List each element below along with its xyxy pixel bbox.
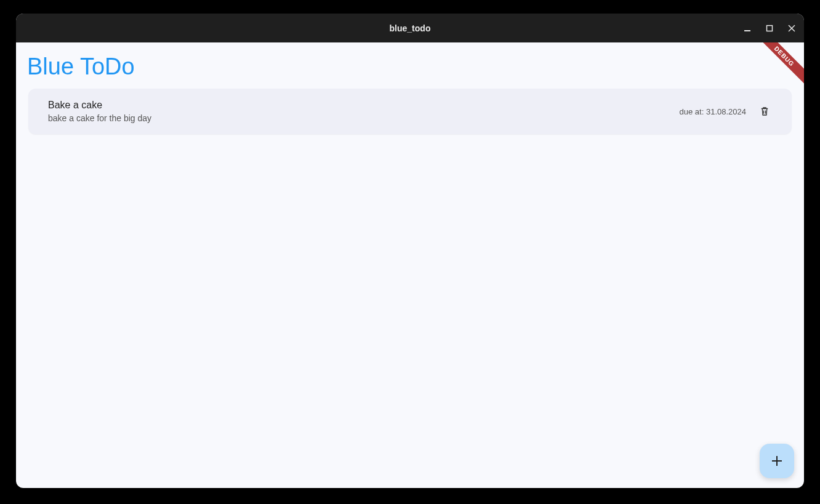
app-title: Blue ToDo: [27, 54, 793, 80]
todo-description: bake a cake for the big day: [48, 113, 151, 123]
svg-rect-0: [744, 30, 750, 31]
maximize-button[interactable]: [765, 23, 774, 33]
plus-icon: [770, 454, 784, 468]
minimize-icon: [744, 25, 751, 32]
close-icon: [788, 25, 795, 32]
trash-icon: [759, 106, 770, 117]
todo-text: Bake a cake bake a cake for the big day: [48, 100, 151, 123]
todo-due-date: due at: 31.08.2024: [680, 107, 746, 116]
delete-button[interactable]: [757, 104, 772, 119]
maximize-icon: [766, 25, 773, 32]
app-window: blue_todo DEBUG: [16, 14, 804, 488]
window-title: blue_todo: [390, 23, 431, 33]
todo-meta: due at: 31.08.2024: [680, 104, 772, 119]
titlebar: blue_todo: [16, 14, 804, 42]
todo-item[interactable]: Bake a cake bake a cake for the big day …: [28, 89, 792, 134]
window-controls: [742, 23, 797, 33]
todo-title: Bake a cake: [48, 100, 151, 111]
todo-list: Bake a cake bake a cake for the big day …: [16, 89, 804, 134]
app-header: Blue ToDo: [16, 42, 804, 89]
app-content: DEBUG Blue ToDo Bake a cake bake a cake …: [16, 42, 804, 488]
svg-rect-1: [767, 25, 773, 31]
add-todo-button[interactable]: [760, 444, 794, 478]
minimize-button[interactable]: [742, 23, 752, 33]
close-button[interactable]: [787, 23, 797, 33]
